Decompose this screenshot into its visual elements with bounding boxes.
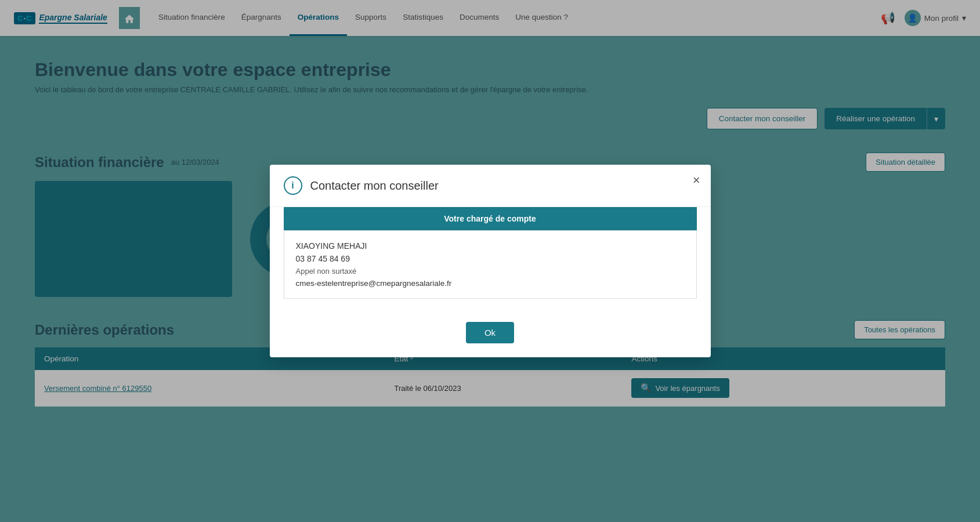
modal-overlay[interactable]: i Contacter mon conseiller × Votre charg…: [0, 0, 980, 522]
modal-close-button[interactable]: ×: [693, 174, 700, 187]
modal-header: i Contacter mon conseiller ×: [270, 165, 711, 207]
modal-title: Contacter mon conseiller: [310, 179, 439, 193]
modal-body: Votre chargé de compte XIAOYING MEHAJI 0…: [270, 207, 711, 313]
contact-info-box: XIAOYING MEHAJI 03 87 45 84 69 Appel non…: [284, 230, 697, 299]
contact-modal: i Contacter mon conseiller × Votre charg…: [270, 165, 711, 357]
contact-phone: 03 87 45 84 69: [296, 254, 685, 263]
modal-ok-button[interactable]: Ok: [466, 322, 514, 343]
contact-email: cmes-estelentreprise@cmepargnesalariale.…: [296, 279, 685, 288]
modal-section-header: Votre chargé de compte: [284, 207, 697, 230]
info-icon: i: [284, 176, 302, 195]
modal-footer: Ok: [270, 313, 711, 357]
contact-name: XIAOYING MEHAJI: [296, 241, 685, 251]
info-icon-label: i: [291, 180, 294, 191]
contact-note: Appel non surtaxé: [296, 267, 685, 276]
